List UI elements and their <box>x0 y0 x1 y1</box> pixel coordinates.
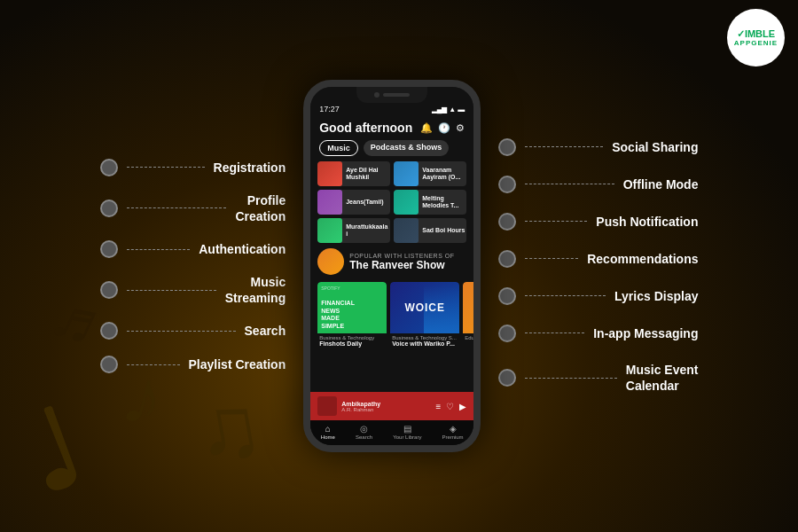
feature-line-registration <box>127 167 205 168</box>
nav-home[interactable]: ⌂ Home <box>321 424 335 440</box>
podcast-thumb-finshots: spotify FINANCIALNEWSMADESIMPLE <box>317 282 387 333</box>
podcast-info-voice: Business & Technology S... Voice with Wa… <box>390 333 459 349</box>
nav-premium[interactable]: ◈ Premium <box>442 424 464 440</box>
logo: ✓IMBLE APPGENIE <box>727 9 785 66</box>
now-playing-left: Ambikapathy A.R. Rahman <box>317 396 380 416</box>
phone-screen: 17:27 ▂▄▆ ▲ ▬ Good afternoon 🔔 🕐 ⚙ <box>310 87 473 445</box>
feature-label-social-sharing: Social Sharing <box>612 139 698 155</box>
music-title-5: Murattukkaala i <box>346 223 390 239</box>
feature-dot-recommendations <box>498 250 516 268</box>
play-icon[interactable]: ▶ <box>459 402 466 411</box>
search-nav-icon: ◎ <box>360 424 368 434</box>
nav-search[interactable]: ◎ Search <box>356 424 372 440</box>
podcast-category-3: Educ... <box>465 335 473 340</box>
music-card-2[interactable]: Vaaranam Aayiram (O... <box>394 161 466 186</box>
music-grid: Aye Dil Hai Mushkil Vaaranam Aayiram (O.… <box>310 161 473 243</box>
feature-item-profile-creation: ProfileCreation <box>100 192 286 224</box>
podcast-finshots-spotify-label: spotify <box>321 286 340 291</box>
now-playing-thumb <box>317 396 337 416</box>
now-playing-info: Ambikapathy A.R. Rahman <box>341 401 380 412</box>
bell-icon[interactable]: 🔔 <box>420 122 433 134</box>
feature-item-playlist-creation: Playlist Creation <box>100 356 286 373</box>
music-card-5[interactable]: Murattukkaala i <box>317 218 390 243</box>
library-icon: ▤ <box>403 424 411 434</box>
podcast-card-voice[interactable]: WOICE Business & Technology S... Voice w… <box>390 282 459 349</box>
music-thumb-6 <box>394 218 419 243</box>
popular-show-info: POPULAR WITH LISTENERS OF The Ranveer Sh… <box>349 253 454 271</box>
status-time: 17:27 <box>319 105 340 113</box>
music-title-6: Sad Boi Hours <box>422 227 465 234</box>
left-features-list: Registration ProfileCreation Authenticat… <box>100 159 286 374</box>
spotify-header: Good afternoon 🔔 🕐 ⚙ <box>310 117 473 140</box>
feature-line-in-app-messaging <box>525 332 584 333</box>
podcast-name-voice: Voice with Wariko P... <box>392 340 458 348</box>
podcast-voice-header: WOICE <box>404 301 445 314</box>
feature-dot-push-notification <box>498 213 516 231</box>
feature-item-recommendations: Recommendations <box>498 250 698 268</box>
podcast-card-3-partial: Educ... <box>463 282 473 349</box>
music-card-3[interactable]: Jeans(Tamil) <box>317 190 390 215</box>
wifi-icon: ▲ <box>449 106 456 113</box>
feature-dot-offline-mode <box>498 176 516 193</box>
feature-item-music-streaming: MusicStreaming <box>100 274 286 306</box>
music-thumb-4 <box>394 190 419 215</box>
queue-icon[interactable]: ≡ <box>435 402 441 411</box>
feature-item-in-app-messaging: In-app Messaging <box>498 325 698 342</box>
signal-icon: ▂▄▆ <box>432 106 448 113</box>
feature-label-playlist-creation: Playlist Creation <box>189 356 286 372</box>
feature-line-profile-creation <box>127 207 227 208</box>
music-title-3: Jeans(Tamil) <box>346 199 383 206</box>
history-icon[interactable]: 🕐 <box>438 122 450 134</box>
feature-line-music-event-calendar <box>525 378 617 379</box>
settings-icon[interactable]: ⚙ <box>456 122 465 134</box>
feature-item-lyrics-display: Lyrics Display <box>498 287 698 305</box>
feature-dot-profile-creation <box>100 200 118 217</box>
popular-row: POPULAR WITH LISTENERS OF The Ranveer Sh… <box>317 248 466 275</box>
feature-label-authentication: Authentication <box>199 241 286 257</box>
phone-notch <box>356 87 427 103</box>
main-container: Registration ProfileCreation Authenticat… <box>0 0 798 532</box>
feature-line-playlist-creation <box>127 364 180 365</box>
battery-icon: ▬ <box>458 106 465 113</box>
feature-label-music-event-calendar: Music EventCalendar <box>626 362 699 394</box>
music-card-1[interactable]: Aye Dil Hai Mushkil <box>317 161 390 186</box>
podcast-thumb-voice: WOICE <box>390 282 459 333</box>
greeting-text: Good afternoon <box>319 121 412 135</box>
podcast-cards: spotify FINANCIALNEWSMADESIMPLE Business… <box>310 278 473 353</box>
phone-mockup: 17:27 ▂▄▆ ▲ ▬ Good afternoon 🔔 🕐 ⚙ <box>303 80 481 452</box>
music-thumb-3 <box>317 190 342 215</box>
feature-item-authentication: Authentication <box>100 240 286 258</box>
music-card-6[interactable]: Sad Boi Hours <box>394 218 466 243</box>
music-card-4[interactable]: Melting Melodies T... <box>394 190 466 215</box>
feature-label-offline-mode: Offline Mode <box>623 176 699 192</box>
feature-label-profile-creation: ProfileCreation <box>235 192 286 224</box>
now-playing-title: Ambikapathy <box>341 401 380 407</box>
podcast-info-partial: Educ... <box>463 333 473 342</box>
nav-library[interactable]: ▤ Your Library <box>393 424 421 440</box>
podcast-name-finshots: Finshots Daily <box>319 340 385 348</box>
nav-library-label: Your Library <box>393 434 421 440</box>
feature-label-lyrics-display: Lyrics Display <box>614 288 698 304</box>
feature-dot-search <box>100 322 118 340</box>
popular-show-thumb <box>317 248 344 275</box>
now-playing-bar[interactable]: Ambikapathy A.R. Rahman ≡ ♡ ▶ <box>310 392 473 420</box>
feature-dot-registration <box>100 159 118 176</box>
bottom-nav: ⌂ Home ◎ Search ▤ Your Library ◈ Premium <box>310 420 473 445</box>
home-icon: ⌂ <box>325 424 331 434</box>
tab-music[interactable]: Music <box>319 140 358 156</box>
feature-dot-playlist-creation <box>100 356 118 373</box>
heart-icon[interactable]: ♡ <box>446 402 454 411</box>
popular-label-text: POPULAR WITH LISTENERS OF <box>349 253 454 259</box>
phone-frame: 17:27 ▂▄▆ ▲ ▬ Good afternoon 🔔 🕐 ⚙ <box>303 80 481 452</box>
feature-dot-music-streaming <box>100 281 118 299</box>
tab-podcasts[interactable]: Podcasts & Shows <box>364 140 450 156</box>
feature-dot-in-app-messaging <box>498 325 516 342</box>
now-playing-artist: A.R. Rahman <box>341 407 380 412</box>
nav-home-label: Home <box>321 434 335 440</box>
music-title-1: Aye Dil Hai Mushkil <box>346 167 390 182</box>
music-thumb-2 <box>394 161 419 186</box>
podcast-card-finshots[interactable]: spotify FINANCIALNEWSMADESIMPLE Business… <box>317 282 387 349</box>
music-thumb-1 <box>317 161 342 186</box>
feature-line-social-sharing <box>525 146 603 147</box>
feature-line-push-notification <box>525 221 587 222</box>
